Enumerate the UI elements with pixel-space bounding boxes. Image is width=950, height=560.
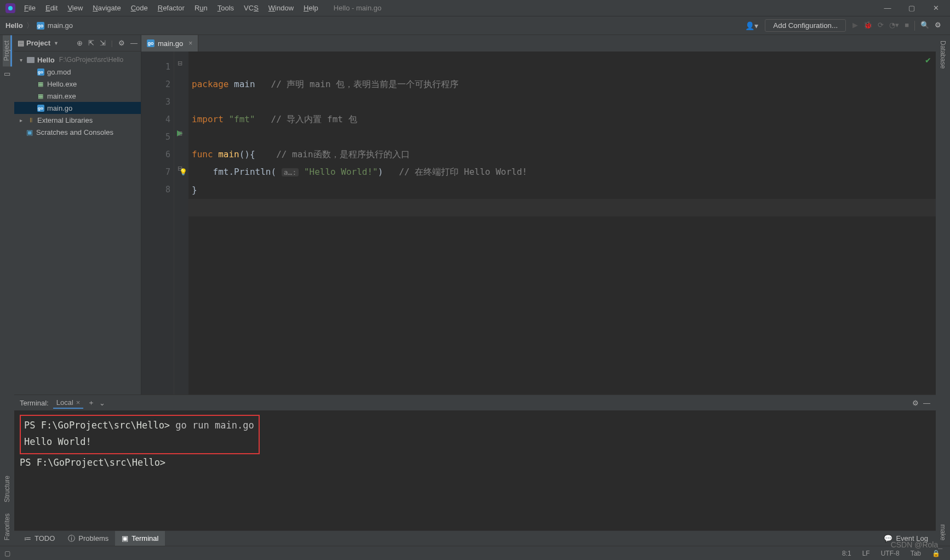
menu-run[interactable]: Run [190, 2, 212, 14]
exe-icon: ▦ [36, 81, 45, 88]
status-line-ending[interactable]: LF [857, 550, 875, 557]
menu-vcs[interactable]: VCS [239, 2, 263, 14]
watermark: CSDN @Rola_ [891, 540, 942, 549]
window-close[interactable]: ✕ [930, 4, 941, 12]
menu-file[interactable]: File [20, 2, 40, 14]
app-icon [5, 3, 15, 13]
close-icon[interactable]: × [76, 398, 81, 407]
menu-tools[interactable]: Tools [213, 2, 238, 14]
search-icon[interactable]: 🔍 [920, 21, 929, 31]
hide-icon[interactable]: — [923, 399, 930, 407]
run-icon[interactable]: ▶ [852, 21, 858, 31]
tool-problems[interactable]: ⓘProblems [61, 531, 115, 546]
scratch-icon: ▣ [25, 128, 34, 136]
window-maximize[interactable]: ▢ [906, 4, 917, 12]
chevron-down-icon: ▼ [54, 41, 59, 46]
divider: | [111, 39, 113, 47]
library-icon: ⫴ [26, 116, 35, 124]
tree-root-path: F:\GoProject\src\Hello [59, 56, 123, 64]
menu-refactor[interactable]: Refactor [153, 2, 189, 14]
chevron-right-icon: 〉 [26, 21, 33, 31]
exe-icon: ▦ [36, 93, 45, 100]
stripe-project[interactable]: Project [3, 35, 12, 66]
status-encoding[interactable]: UTF-8 [875, 550, 905, 557]
tree-file-mainexe[interactable]: ▦ main.exe [14, 90, 141, 102]
chevron-right-icon[interactable]: ▸ [18, 117, 24, 123]
stripe-favorites[interactable]: Favorites [3, 508, 11, 546]
breadcrumb: Hello 〉 go main.go [5, 21, 73, 31]
status-caret-pos[interactable]: 8:1 [837, 550, 857, 557]
todo-icon: ≔ [24, 534, 31, 542]
tree-external-libraries[interactable]: ▸ ⫴ External Libraries [14, 114, 141, 126]
go-file-icon: go [37, 68, 44, 76]
profile-icon[interactable]: ◔▾ [889, 21, 899, 31]
highlight-box: PS F:\GoProject\src\Hello> go run main.g… [20, 415, 260, 454]
run-toolbar: ▶ 🐞 ⟳ ◔▾ ■ 🔍 ⚙ [849, 21, 945, 31]
hide-icon[interactable]: — [130, 39, 138, 47]
expand-icon[interactable]: ⇱ [88, 39, 94, 47]
check-icon: ✔ [925, 56, 931, 65]
stop-icon[interactable]: ■ [905, 21, 909, 31]
chevron-down-icon[interactable]: ▾ [18, 57, 24, 63]
menu-help[interactable]: Help [299, 2, 323, 14]
menu-code[interactable]: Code [127, 2, 152, 14]
tree-file-helloexe[interactable]: ▦ Hello.exe [14, 78, 141, 90]
go-file-icon: go [37, 105, 44, 112]
menu-navigate[interactable]: Navigate [88, 2, 125, 14]
status-indent[interactable]: Tab [905, 550, 926, 557]
coverage-icon[interactable]: ⟳ [878, 21, 884, 31]
user-icon[interactable]: 👤▾ [742, 21, 762, 30]
navigation-bar: Hello 〉 go main.go 👤▾ Add Configuration.… [0, 16, 950, 35]
svg-point-1 [8, 6, 13, 10]
right-tool-stripe: Database make [936, 35, 950, 546]
status-bar: ▢ 8:1 LF UTF-8 Tab 🔒 [0, 546, 950, 560]
tool-todo[interactable]: ≔TODO [18, 531, 61, 546]
add-configuration-button[interactable]: Add Configuration... [765, 19, 846, 32]
terminal-tab-local[interactable]: Local × [53, 397, 84, 409]
fold-icon[interactable]: ⊟ [178, 130, 182, 137]
project-view-selector[interactable]: ▤ Project ▼ [18, 39, 59, 47]
go-file-icon: go [147, 39, 154, 47]
terminal-output[interactable]: PS F:\GoProject\src\Hello> go run main.g… [14, 410, 936, 530]
breadcrumb-project[interactable]: Hello [5, 21, 23, 30]
editor-tab-maingo[interactable]: go main.go × [141, 35, 198, 52]
gear-icon[interactable]: ⚙ [118, 39, 125, 47]
bulb-icon[interactable]: 💡 [179, 168, 187, 176]
bottom-tool-buttons: ≔TODO ⓘProblems ▣Terminal 💬Event Log [14, 530, 936, 546]
tree-file-gomod[interactable]: go go.mod [14, 66, 141, 78]
window-minimize[interactable]: — [882, 4, 893, 12]
new-session-icon[interactable]: ＋ [88, 398, 95, 408]
tool-terminal[interactable]: ▣Terminal [115, 531, 165, 546]
folder-icon [27, 57, 35, 63]
breadcrumb-file[interactable]: main.go [48, 21, 73, 30]
debug-icon[interactable]: 🐞 [863, 21, 872, 31]
terminal-title: Terminal: [20, 399, 49, 407]
gear-icon[interactable]: ⚙ [912, 399, 919, 407]
menu-view[interactable]: View [63, 2, 87, 14]
target-icon[interactable]: ⊕ [77, 39, 83, 47]
lock-icon[interactable]: 🔒 [926, 550, 946, 557]
menu-window[interactable]: Window [264, 2, 298, 14]
fold-icon[interactable]: ⊟ [178, 60, 182, 67]
folder-icon[interactable]: ▭ [4, 70, 10, 78]
tree-root[interactable]: ▾ Hello F:\GoProject\src\Hello [14, 54, 141, 66]
close-icon[interactable]: × [188, 39, 192, 47]
terminal-tool-window: Terminal: Local × ＋ ⌄ ⚙ — PS F:\GoProjec… [14, 395, 936, 546]
menu-edit[interactable]: Edit [41, 2, 62, 14]
window-controls: — ▢ ✕ [882, 4, 947, 12]
collapse-icon[interactable]: ⇲ [100, 39, 106, 47]
settings-icon[interactable]: ⚙ [935, 21, 941, 31]
tree-file-maingo[interactable]: go main.go [14, 102, 141, 114]
window-title: Hello - main.go [334, 4, 381, 12]
menu-bar: File Edit View Navigate Code Refactor Ru… [20, 2, 323, 14]
chevron-down-icon[interactable]: ⌄ [99, 399, 105, 407]
stripe-database[interactable]: Database [939, 35, 947, 74]
terminal-icon: ▣ [122, 534, 128, 542]
left-tool-stripe: Project ▭ Structure Favorites [0, 35, 14, 546]
status-tool-windows-icon[interactable]: ▢ [4, 550, 10, 557]
editor-tabs: go main.go × [141, 35, 936, 52]
stripe-structure[interactable]: Structure [3, 470, 11, 508]
tree-scratches[interactable]: ▣ Scratches and Consoles [14, 126, 141, 138]
title-bar: File Edit View Navigate Code Refactor Ru… [0, 0, 950, 16]
param-hint: a…: [282, 168, 299, 176]
